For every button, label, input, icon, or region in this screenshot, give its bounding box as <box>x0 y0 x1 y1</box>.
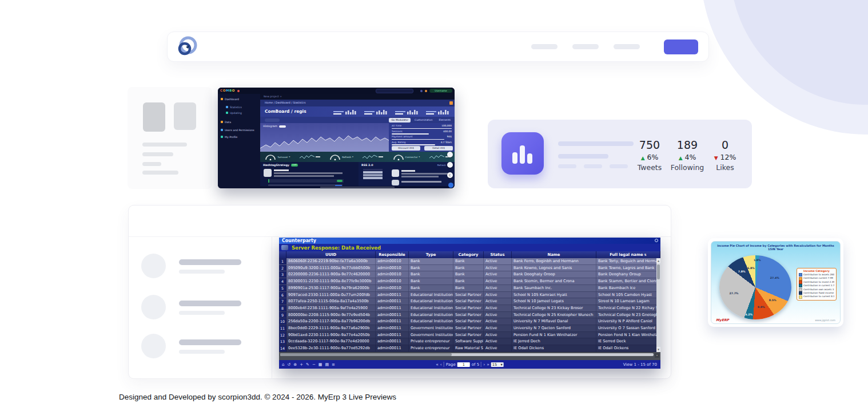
grid-toolbar-icons: ⌂↺⊕+✎−▦▤≡ <box>279 362 335 367</box>
grid-row[interactable]: 58990901a-2530-1117-900a-9a79ra62000badm… <box>279 285 660 292</box>
grid-cell: Bank Stemin, Bermer and Crona <box>512 278 596 285</box>
skeleton-pill <box>558 164 576 168</box>
grid-cell: Bank Dooghaty Oroop <box>512 271 596 278</box>
grid-cell: Educational Institution <box>409 305 453 311</box>
thumb-logo: COMBO <box>220 88 235 94</box>
grid-column-header[interactable]: Status <box>484 251 512 258</box>
nav-cta-button[interactable] <box>664 39 698 54</box>
grid-cell: Bank <box>409 278 453 285</box>
thumb-fab-button <box>447 162 453 168</box>
grid-cell: admin00010 <box>376 285 409 291</box>
settings-icon[interactable] <box>655 239 658 242</box>
pie-watermark: www.jqplot.com <box>815 319 835 322</box>
grid-row[interactable]: 130ccdaada-3220-1117-900e-9a77e4d20000ad… <box>279 338 660 345</box>
grid-row[interactable]: 78077afea-2250-1115-00da-8a17a4a3500badm… <box>279 298 660 305</box>
grid-toolbar-icon[interactable]: ✎ <box>306 362 309 367</box>
grid-row[interactable]: 10256da50a-2200-1117-900a-8a77b96200dbad… <box>279 318 660 325</box>
grid-row[interactable]: 1290bd1axd-2230-1111-900e-9a77o4a2050bad… <box>279 332 660 339</box>
legend-label: Contribution to current 8.18 <box>803 295 834 298</box>
page-footer: Designed and Developed by scorpion3dd. ©… <box>119 393 396 401</box>
grid-cell: Pension Fond N 1 Kian Winthela <box>596 332 660 338</box>
first-page-icon[interactable]: « <box>436 362 439 367</box>
list-item-line <box>179 259 241 265</box>
grid-row[interactable]: 88000eb4f-2238-1111-900a-9af7o4a25900adm… <box>279 305 660 312</box>
grid-column-header[interactable]: Name <box>512 251 596 258</box>
horizontal-scroll-thumb[interactable] <box>280 353 452 356</box>
grid-cell: 8000eb4f-2238-1111-900a-9af7o4a25900 <box>286 305 376 311</box>
thumb-icon-dot <box>425 90 427 92</box>
scroll-down-icon[interactable]: ▼ <box>656 347 660 352</box>
page-number-input[interactable]: 1 <box>457 362 470 367</box>
brand-logo-icon[interactable] <box>176 35 198 58</box>
grid-toolbar-icon[interactable]: ⊕ <box>293 362 297 367</box>
grid-cell: Pension Fund N 1 Kian Winthatzer <box>512 332 596 338</box>
page-of-label: of 5 <box>472 362 479 367</box>
row-number-cell: 11 <box>279 325 286 331</box>
nav-skeleton-pill <box>531 44 558 49</box>
grid-column-header[interactable]: Type <box>409 251 453 258</box>
grid-toolbar-icon[interactable]: − <box>312 362 316 367</box>
stat-value: 189 <box>671 139 704 151</box>
thumb-gauge-widget: Refresh▾ <box>329 153 353 160</box>
pie-slice-label: 5.8% <box>747 266 755 269</box>
grid-column-header[interactable]: Full legal name⇅ <box>596 251 660 258</box>
thumb-sidebar: DashboardStatisticsUpdatingDataUsers and… <box>218 94 260 188</box>
thumb-breadcrumb-badge <box>449 101 453 105</box>
grid-cell: Active <box>484 285 512 291</box>
grid-row[interactable]: 2095090u9-3200-1111-000a-9e77ebb0500badm… <box>279 265 660 272</box>
grid-row[interactable]: 480300031-2230-1111-900a-8e77fe9e3000bad… <box>279 278 660 285</box>
grid-column-header[interactable]: Category <box>453 251 484 258</box>
thumb-gauge-widget: Connector▾ <box>393 153 420 160</box>
grid-cell: admin00010 <box>376 278 409 285</box>
legend-swatch-icon <box>799 280 802 284</box>
scroll-up-icon[interactable]: ▲ <box>656 258 660 263</box>
last-page-icon[interactable]: » <box>487 362 489 367</box>
grid-cell: Bank Stamm, Bertier and Ctens <box>596 278 660 285</box>
grid-toolbar-icon[interactable]: ▤ <box>325 362 329 367</box>
thumb-panel-label: Avg. Rating4.7 Stars <box>392 141 452 144</box>
thumb-reply-badge <box>337 180 343 182</box>
grid-toolbar-icon[interactable]: ▦ <box>318 362 322 367</box>
thumb-sidebar-item: Updating <box>218 110 260 116</box>
pie-slice-label: 7.8% <box>738 270 746 273</box>
grid-cell: admin00011 <box>376 338 409 345</box>
page-size-select[interactable]: 15▾ <box>491 362 504 367</box>
prev-page-icon[interactable]: ‹ <box>440 362 442 367</box>
grid-cell: Social Partner <box>453 312 484 318</box>
grid-toolbar-icon[interactable]: ⌂ <box>282 362 284 367</box>
grid-row[interactable]: 9800000be-2208-1115-900e-9e77e9ed504badm… <box>279 312 660 319</box>
horizontal-scrollbar[interactable]: ▾ <box>279 352 660 360</box>
thumb-tab: Elements <box>437 118 453 123</box>
grid-toolbar-icon[interactable]: ↺ <box>287 362 290 367</box>
pie-chart-card[interactable]: Income Pie Chart of Income by Categories… <box>708 238 843 327</box>
grid-row[interactable]: 302200000-2236-1111-900a-9e77c4620000adm… <box>279 271 660 278</box>
vertical-scroll-thumb[interactable] <box>657 264 660 279</box>
thumb-notification-dot <box>237 90 240 92</box>
grid-toolbar-icon[interactable]: ≡ <box>332 362 335 367</box>
grid-cell: IE Odall Dickens <box>512 345 596 351</box>
grid-row[interactable]: 118bec0dd0-2229-1111-900a-9a77a6a2900bad… <box>279 325 660 332</box>
dashboard-preview-image[interactable]: COMBO Username New project + DashboardSt… <box>218 88 455 188</box>
grid-toolbar-icon[interactable]: + <box>300 362 303 367</box>
pie-slice-label: 4.2% <box>745 313 752 315</box>
grid-row[interactable]: 18606060f-2236-2219-90be-fa77a6a3000badm… <box>279 258 660 265</box>
grid-column-header[interactable]: UUID <box>286 251 376 258</box>
grid-row[interactable]: 69097aced-2330-1111-000a-0u77um200fdbadm… <box>279 292 660 299</box>
grid-cell: Educational Institution <box>409 318 453 325</box>
pie-slice-labels: 1.8%27.4%8.5%9.9%4.2%27.7%7.8%5.8% <box>719 255 791 319</box>
sort-icon[interactable]: ⇅ <box>644 253 647 256</box>
pie-chart-canvas: Income Pie Chart of Income by Categories… <box>711 241 841 324</box>
grid-cell: Bank <box>453 271 484 278</box>
row-number-cell: 1 <box>279 258 286 264</box>
next-page-icon[interactable]: › <box>483 362 485 367</box>
grid-cell: University N 7 Miflavel Danal <box>512 318 596 325</box>
grid-column-header[interactable]: Responsible <box>376 251 409 258</box>
thumb-area-chart: Histogram <box>260 123 389 152</box>
grid-cell: Educational Institution <box>409 298 453 305</box>
grid-row[interactable]: 140ee5328b-2e30-1111-900e-9a77od5292dbad… <box>279 345 660 352</box>
bar-chart-icon-bar <box>512 152 517 164</box>
thumb-header-band: ComBoard / regis <box>260 106 455 117</box>
grid-cell: 8bec0dd0-2229-1111-900a-9a77a6a2900b <box>286 325 376 331</box>
vertical-scrollbar[interactable]: ▲ ▼ <box>656 258 660 352</box>
grid-cell: Streol N 10 Lamean Lagam <box>596 298 660 305</box>
